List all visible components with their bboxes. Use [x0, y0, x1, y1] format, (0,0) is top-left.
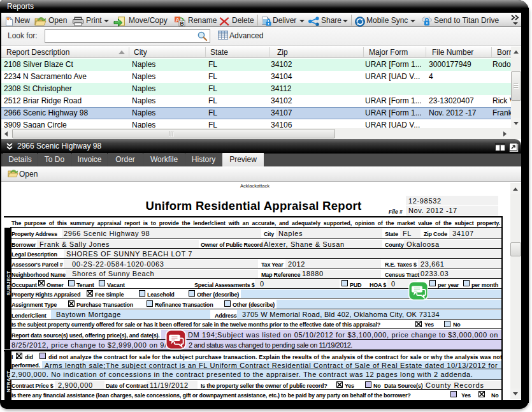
svg-text:B: B — [180, 20, 183, 27]
